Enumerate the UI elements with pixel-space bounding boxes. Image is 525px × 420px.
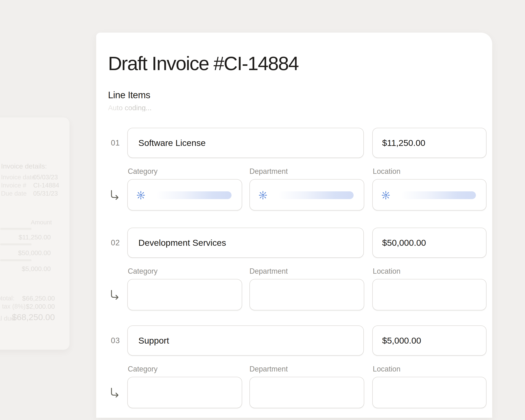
line-item-number: 01 [111, 139, 120, 147]
amount-column-header: Amount [31, 219, 52, 225]
department-label: Department [249, 168, 288, 175]
description-value: Development Services [138, 238, 226, 247]
auto-coding-status: Auto coding... [108, 104, 152, 111]
category-input[interactable] [127, 377, 242, 408]
location-label: Location [373, 365, 401, 373]
line-item-number: 02 [111, 239, 120, 247]
invoice-number-label: Invoice # [1, 182, 26, 188]
description-value: Support [138, 336, 169, 345]
due-date-label: Due date [1, 190, 27, 197]
amount-value: $11,250.00 [12, 234, 51, 241]
department-input[interactable] [249, 279, 364, 310]
invoice-details-heading: Invoice details: [1, 163, 47, 169]
invoice-date-value: 05/03/23 [33, 174, 58, 180]
location-input[interactable] [372, 179, 487, 211]
department-label: Department [249, 268, 288, 275]
category-label: Category [128, 365, 158, 373]
location-label: Location [373, 168, 401, 175]
faded-line [0, 228, 32, 230]
invoice-number-value: CI-14884 [33, 182, 59, 188]
spark-icon [258, 191, 267, 200]
due-date-value: 05/31/23 [33, 190, 58, 197]
amount-input[interactable]: $5,000.00 [372, 326, 487, 356]
description-input[interactable]: Development Services [127, 228, 364, 258]
amount-input[interactable]: $11,250.00 [372, 128, 487, 158]
department-label: Department [249, 365, 288, 373]
line-items-heading: Line Items [108, 90, 150, 100]
category-input[interactable] [127, 279, 242, 310]
description-input[interactable]: Software License [127, 128, 364, 158]
screen: Invoice details: Invoice date 05/03/23 I… [0, 0, 525, 420]
department-input[interactable] [249, 377, 364, 408]
faded-line [0, 259, 32, 261]
amount-input[interactable]: $50,000.00 [372, 228, 487, 258]
location-input[interactable] [372, 279, 487, 310]
spark-icon [381, 191, 390, 200]
page-title: Draft Invoice #CI-14884 [108, 54, 298, 73]
background-invoice-card: Invoice details: Invoice date 05/03/23 I… [0, 117, 70, 350]
amount-value: $11,250.00 [382, 139, 425, 147]
return-arrow-icon [110, 290, 119, 299]
amount-value: $5,000.00 [382, 336, 421, 345]
faded-line [0, 243, 32, 245]
loading-shimmer [401, 191, 476, 199]
description-input[interactable]: Support [127, 326, 364, 356]
category-label: Category [128, 268, 158, 275]
department-input[interactable] [249, 179, 364, 211]
location-input[interactable] [372, 377, 487, 408]
invoice-date-label: Invoice date [1, 174, 35, 180]
loading-shimmer [156, 191, 232, 199]
sales-tax-value: $2,000.00 [16, 303, 55, 310]
category-label: Category [128, 168, 158, 175]
amount-value: $50,000.00 [382, 238, 426, 247]
description-value: Software License [138, 139, 206, 147]
line-item-number: 03 [111, 337, 120, 344]
amount-value: $50,000.00 [12, 250, 51, 256]
draft-invoice-card: Draft Invoice #CI-14884 Line Items Auto … [96, 33, 492, 418]
spark-icon [136, 191, 145, 200]
category-input[interactable] [127, 179, 242, 211]
return-arrow-icon [110, 190, 119, 200]
subtotal-value: $66,250.00 [16, 295, 55, 302]
total-due-value: $68,250.00 [7, 313, 55, 322]
location-label: Location [373, 268, 401, 275]
return-arrow-icon [110, 388, 119, 397]
subtotal-label: Subtotal: [0, 295, 14, 301]
amount-value: $5,000.00 [12, 266, 51, 272]
loading-shimmer [278, 191, 354, 199]
